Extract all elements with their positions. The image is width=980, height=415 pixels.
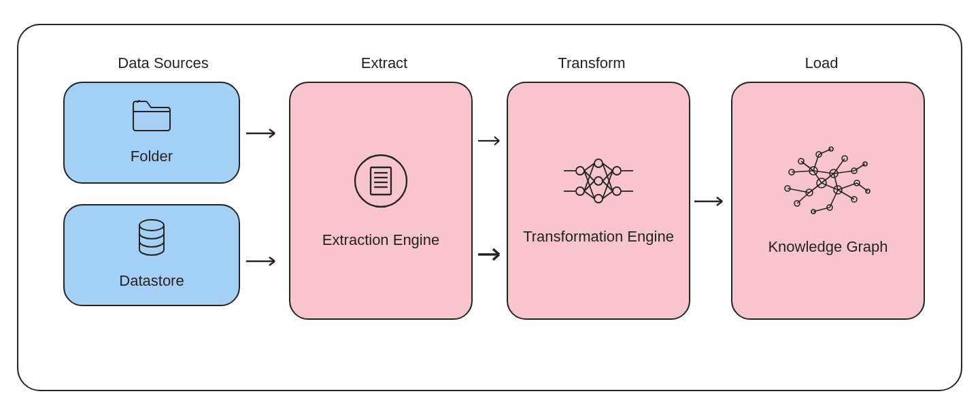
svg-point-18 <box>594 177 603 185</box>
arrow-transformation-to-knowledge-graph <box>692 192 730 211</box>
svg-point-9 <box>576 167 584 175</box>
document-circle-icon <box>350 150 411 218</box>
node-folder: Folder <box>63 82 240 184</box>
node-knowledge-graph: Knowledge Graph <box>731 82 925 320</box>
svg-point-26 <box>613 167 621 175</box>
svg-line-62 <box>854 164 865 171</box>
svg-point-27 <box>613 187 621 195</box>
svg-line-64 <box>857 183 868 191</box>
node-datastore: Datastore <box>63 204 240 306</box>
node-extraction-engine-label: Extraction Engine <box>322 230 439 251</box>
svg-line-48 <box>834 159 845 173</box>
svg-point-17 <box>594 159 603 167</box>
svg-line-58 <box>797 193 809 203</box>
node-folder-label: Folder <box>131 146 173 167</box>
svg-point-10 <box>576 187 584 195</box>
svg-point-19 <box>594 195 603 203</box>
node-datastore-label: Datastore <box>119 271 184 292</box>
svg-line-42 <box>801 161 813 171</box>
arrow-extraction-to-transformation-1 <box>476 133 506 149</box>
arrow-datastore-to-extraction <box>243 252 284 271</box>
svg-line-54 <box>838 190 854 199</box>
svg-point-67 <box>829 147 833 151</box>
section-label-data-sources: Data Sources <box>95 54 231 72</box>
svg-point-1 <box>355 155 407 207</box>
section-label-extract: Extract <box>316 54 452 72</box>
svg-rect-2 <box>371 167 391 195</box>
svg-point-45 <box>816 152 822 157</box>
neural-net-icon <box>561 154 636 214</box>
node-extraction-engine: Extraction Engine <box>289 82 473 320</box>
folder-icon <box>131 98 173 138</box>
arrow-folder-to-extraction <box>243 124 284 143</box>
node-transformation-engine-label: Transformation Engine <box>523 227 674 248</box>
section-label-transform: Transform <box>524 54 660 72</box>
svg-point-0 <box>139 220 164 231</box>
arrow-extraction-to-transformation-2 <box>476 245 506 264</box>
section-label-load: Load <box>754 54 890 72</box>
graph-icon <box>781 144 876 225</box>
database-icon <box>135 218 168 263</box>
svg-line-56 <box>830 190 838 208</box>
svg-line-68 <box>819 149 831 154</box>
svg-line-44 <box>792 171 813 172</box>
node-transformation-engine: Transformation Engine <box>507 82 690 320</box>
node-knowledge-graph-label: Knowledge Graph <box>768 237 888 258</box>
